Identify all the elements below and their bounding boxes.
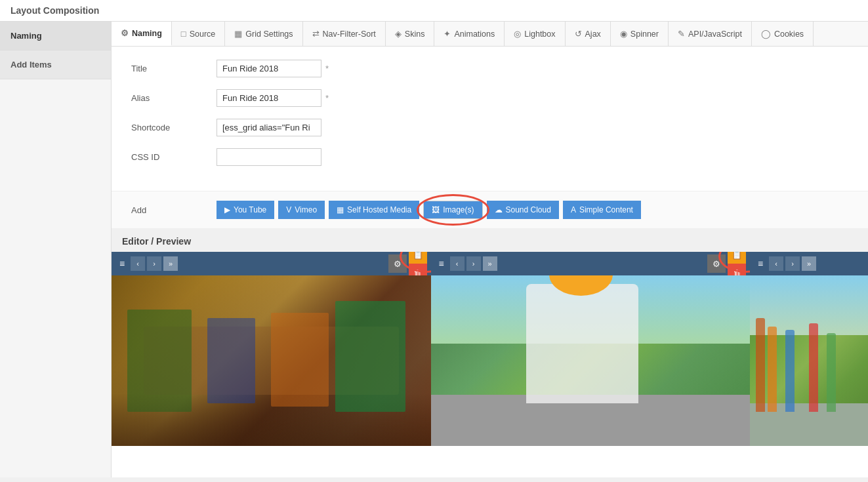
tab-grid-settings[interactable]: ▦ Grid Settings (225, 22, 302, 46)
spinner-icon: ◉ (620, 29, 627, 39)
images-icon: 🖼 (432, 205, 440, 214)
item-toolbar-1: ≡ ‹ › » ⚙ 📋 🗑 (112, 252, 431, 275)
self-hosted-icon: ▦ (337, 205, 344, 214)
preview-image-2 (431, 275, 751, 446)
animations-icon: ✦ (444, 29, 451, 39)
title-label: Title (131, 64, 217, 73)
preview-grid: ≡ ‹ › » ⚙ 📋 🗑 (112, 252, 868, 446)
form-area: Title * Alias * Shortcode CSS ID (112, 47, 868, 191)
next-btn-1[interactable]: › (147, 256, 161, 271)
skins-icon: ◈ (395, 29, 402, 39)
title-row: Title * (131, 60, 848, 77)
images-button-wrapper: 🖼 Image(s) (423, 201, 482, 219)
hamburger-icon-3[interactable]: ≡ (754, 256, 767, 271)
next-btn-3[interactable]: › (785, 256, 800, 271)
content-area: ⚙ Naming □ Source ▦ Grid Settings ⇄ Nav-… (112, 22, 868, 477)
shortcode-row: Shortcode (131, 119, 848, 136)
simple-content-button[interactable]: A Simple Content (563, 201, 641, 219)
grid-icon: ▦ (234, 29, 242, 39)
ajax-icon: ↺ (575, 29, 582, 39)
alias-label: Alias (131, 93, 217, 103)
cookies-icon: ◯ (761, 29, 771, 39)
tab-nav-filter-sort[interactable]: ⇄ Nav-Filter-Sort (303, 22, 386, 46)
item-toolbar-3: ≡ ‹ › » (750, 252, 868, 275)
title-required: * (325, 64, 329, 73)
tab-naming[interactable]: ⚙ Naming (112, 22, 172, 46)
css-id-row: CSS ID (131, 148, 848, 166)
alias-required: * (325, 93, 329, 103)
last-btn-2[interactable]: » (483, 256, 497, 271)
sidebar: Naming Add Items (0, 22, 112, 477)
soundcloud-button[interactable]: ☁ Sound Cloud (487, 201, 559, 219)
preview-item-1: ≡ ‹ › » ⚙ 📋 🗑 (112, 252, 431, 446)
hamburger-icon-2[interactable]: ≡ (435, 256, 448, 271)
vimeo-button[interactable]: V Vimeo (278, 201, 325, 219)
source-icon: □ (181, 29, 186, 39)
images-button[interactable]: 🖼 Image(s) (423, 201, 482, 219)
tab-cookies[interactable]: ◯ Cookies (752, 22, 814, 46)
hamburger-icon-1[interactable]: ≡ (115, 256, 129, 271)
prev-btn-3[interactable]: ‹ (769, 256, 783, 271)
app-title: Layout Composition (10, 5, 99, 16)
soundcloud-icon: ☁ (495, 205, 503, 214)
editor-preview-title: Editor / Preview (112, 228, 868, 252)
vimeo-icon: V (286, 205, 291, 214)
css-id-input[interactable] (217, 148, 321, 166)
add-label: Add (131, 205, 217, 215)
preview-item-3: ≡ ‹ › » (750, 252, 868, 446)
shortcode-label: Shortcode (131, 123, 217, 132)
tab-lightbox[interactable]: ◎ Lightbox (505, 22, 565, 46)
lightbox-icon: ◎ (514, 29, 521, 39)
api-icon: ✎ (678, 29, 685, 39)
gear-btn-2[interactable]: ⚙ (707, 254, 726, 273)
prev-btn-1[interactable]: ‹ (131, 256, 145, 271)
css-id-label: CSS ID (131, 152, 217, 162)
next-btn-2[interactable]: › (466, 256, 481, 271)
title-bar: Layout Composition (0, 0, 868, 22)
preview-image-3 (750, 275, 868, 446)
preview-item-2: ≡ ‹ › » ⚙ 📋 🗑 (431, 252, 751, 446)
last-btn-3[interactable]: » (802, 256, 816, 271)
sidebar-item-add-items[interactable]: Add Items (0, 50, 111, 79)
youtube-icon: ▶ (224, 205, 230, 214)
shortcode-input[interactable] (217, 119, 321, 136)
preview-image-1 (112, 275, 431, 446)
alias-input[interactable] (217, 89, 321, 107)
tab-animations[interactable]: ✦ Animations (434, 22, 505, 46)
add-items-row: Add ▶ You Tube V Vimeo ▦ Self Hosted Med… (112, 191, 868, 228)
tab-api-javascript[interactable]: ✎ API/JavaScript (669, 22, 752, 46)
alias-row: Alias * (131, 89, 848, 107)
tab-spinner[interactable]: ◉ Spinner (611, 22, 669, 46)
youtube-button[interactable]: ▶ You Tube (217, 201, 274, 219)
simple-content-icon: A (571, 205, 576, 214)
prev-btn-2[interactable]: ‹ (450, 256, 465, 271)
sidebar-item-naming[interactable]: Naming (0, 22, 111, 50)
nav-icon: ⇄ (312, 29, 320, 39)
gear-icon: ⚙ (121, 28, 129, 38)
tab-ajax[interactable]: ↺ Ajax (566, 22, 611, 46)
last-btn-1[interactable]: » (163, 256, 178, 271)
copy-btn-2[interactable]: 📋 (728, 252, 746, 264)
copy-btn-1[interactable]: 📋 (409, 252, 427, 264)
item-toolbar-2: ≡ ‹ › » ⚙ 📋 🗑 (431, 252, 751, 275)
add-buttons-group: ▶ You Tube V Vimeo ▦ Self Hosted Media 🖼… (217, 201, 641, 219)
main-layout: Naming Add Items ⚙ Naming □ Source ▦ Gri… (0, 22, 868, 477)
title-input[interactable] (217, 60, 321, 77)
tab-skins[interactable]: ◈ Skins (386, 22, 435, 46)
self-hosted-button[interactable]: ▦ Self Hosted Media (329, 201, 419, 219)
gear-btn-1[interactable]: ⚙ (388, 254, 407, 273)
tab-source[interactable]: □ Source (172, 22, 225, 46)
tabs-bar: ⚙ Naming □ Source ▦ Grid Settings ⇄ Nav-… (112, 22, 868, 47)
